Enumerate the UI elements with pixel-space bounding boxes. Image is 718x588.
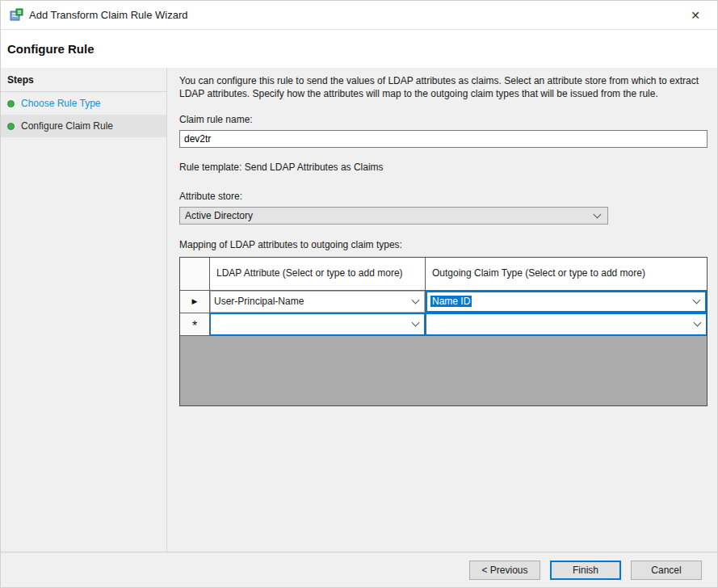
ldap-attribute-cell: [210, 313, 425, 335]
grid-empty-area: [180, 336, 707, 405]
finish-button[interactable]: Finish: [550, 561, 621, 580]
step-label: Configure Claim Rule: [21, 120, 113, 132]
step-choose-rule-type[interactable]: Choose Rule Type: [1, 92, 166, 115]
ldap-attribute-cell: User-Principal-Name: [210, 291, 425, 313]
mapping-table-label: Mapping of LDAP attributes to outgoing c…: [179, 239, 708, 250]
column-header-ldap-attribute: LDAP Attribute (Select or type to add mo…: [210, 258, 425, 290]
outgoing-claim-type-value: Name ID: [430, 296, 472, 307]
previous-button[interactable]: < Previous: [469, 561, 540, 580]
column-header-outgoing-claim-type: Outgoing Claim Type (Select or type to a…: [426, 258, 707, 290]
cancel-button[interactable]: Cancel: [631, 561, 702, 580]
step-label: Choose Rule Type: [21, 98, 101, 109]
chevron-down-icon: [412, 319, 420, 327]
grid-corner-cell: [180, 258, 209, 290]
content-area: Steps Choose Rule Type Configure Claim R…: [1, 68, 717, 552]
outgoing-claim-type-cell: [426, 313, 707, 335]
ldap-attribute-select-new[interactable]: [210, 313, 425, 335]
step-complete-icon: [7, 123, 15, 130]
steps-header: Steps: [1, 68, 166, 92]
claim-rule-name-label: Claim rule name:: [179, 114, 708, 125]
claim-rule-wizard-icon: [9, 8, 23, 23]
close-icon[interactable]: ✕: [682, 3, 709, 27]
chevron-down-icon: [594, 210, 602, 218]
title-bar: Add Transform Claim Rule Wizard ✕: [1, 1, 717, 30]
rule-template-text: Rule template: Send LDAP Attributes as C…: [179, 162, 708, 173]
main-panel: You can configure this rule to send the …: [167, 68, 717, 552]
outgoing-claim-type-select-new[interactable]: [426, 313, 707, 335]
attribute-store-value: Active Directory: [185, 210, 590, 221]
new-row-marker-icon: *: [192, 317, 197, 330]
page-title: Configure Rule: [7, 42, 711, 56]
current-row-marker-icon: ▶: [192, 297, 198, 305]
attribute-store-label: Attribute store:: [179, 191, 708, 202]
outgoing-claim-type-cell: Name ID: [426, 291, 707, 313]
row-selector-current[interactable]: ▶: [180, 291, 209, 313]
step-complete-icon: [7, 100, 15, 107]
wizard-window: Add Transform Claim Rule Wizard ✕ Config…: [0, 0, 718, 588]
description-text: You can configure this rule to send the …: [179, 75, 708, 101]
chevron-down-icon: [694, 319, 702, 327]
steps-sidebar: Steps Choose Rule Type Configure Claim R…: [1, 68, 167, 552]
window-title: Add Transform Claim Rule Wizard: [29, 9, 682, 21]
row-selector-new[interactable]: *: [180, 313, 209, 335]
footer-bar: < Previous Finish Cancel: [1, 552, 717, 587]
step-configure-claim-rule[interactable]: Configure Claim Rule: [1, 115, 166, 137]
claim-rule-name-input[interactable]: [179, 130, 708, 148]
ldap-attribute-select[interactable]: User-Principal-Name: [210, 291, 425, 313]
outgoing-claim-type-select[interactable]: Name ID: [426, 291, 707, 313]
chevron-down-icon: [693, 296, 701, 304]
mapping-table: LDAP Attribute (Select or type to add mo…: [179, 257, 708, 406]
attribute-store-select[interactable]: Active Directory: [179, 207, 608, 225]
ldap-attribute-value: User-Principal-Name: [214, 296, 408, 307]
heading-area: Configure Rule: [1, 30, 717, 68]
chevron-down-icon: [412, 296, 420, 304]
